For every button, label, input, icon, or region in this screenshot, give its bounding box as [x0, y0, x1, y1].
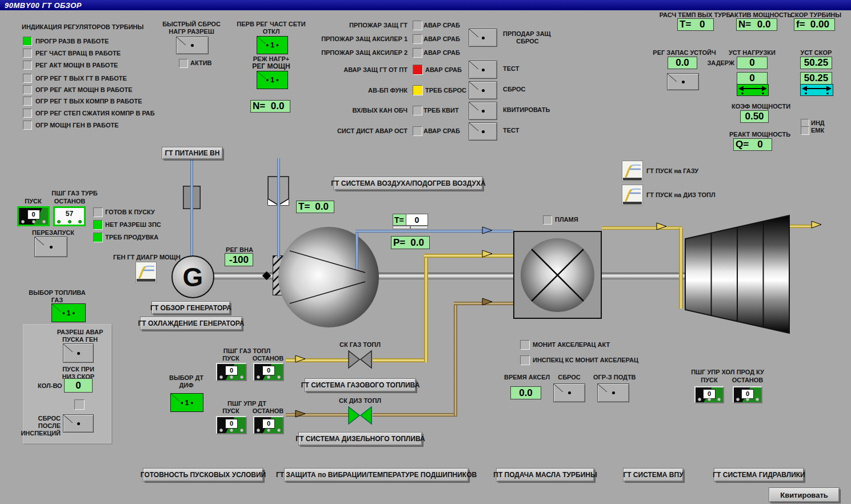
speed-setpoint-value: 50.25 — [801, 73, 832, 84]
load-mode-toggle-button[interactable]: • 1 • — [257, 71, 288, 89]
comp-temp-scrollbar[interactable] — [393, 226, 428, 229]
page-title: 90MBY00 ГТ ОБЗОР — [0, 1, 82, 10]
diesel-fuel-title: ПШГ УПР ДТ — [210, 400, 283, 407]
acknowledge-button[interactable] — [469, 102, 497, 120]
diesel-fuel-stop-dots — [257, 429, 281, 432]
purge-required-label: ТРЕБ ПРОДУВКА — [105, 234, 158, 241]
speed-setpoint-display[interactable]: 50.25 — [800, 72, 832, 85]
accel-monitor-label: МОНИТ АКСЕЛЕРАЦ АКТ — [533, 341, 610, 349]
comp-temp-prefix: T= — [393, 214, 406, 226]
gas-fuel-stop-button[interactable]: 0 — [253, 363, 284, 381]
ku-purge-start-label: ПУСК — [693, 377, 725, 384]
capacitive-label: ЕМК — [811, 127, 824, 134]
gas-turb-start-button[interactable]: 0 — [17, 206, 50, 226]
ku-purge-stop-label: ОСТАНОВ — [730, 377, 765, 384]
nav-vibration-button[interactable]: ГТ ЗАЩИТА по ВИБРАЦИИ/ТЕМПЕРАТУРЕ ПОДШИП… — [284, 468, 469, 482]
nav-air-system-button[interactable]: ГТ СИСТЕМА ВОЗДУХА/ПОДОГРЕВ ВОЗДУХА — [334, 177, 483, 190]
exhaust-temp-value: 0 — [691, 19, 713, 30]
fast-unload-button[interactable] — [176, 37, 209, 54]
diesel-fuel-start-button[interactable]: 0 — [216, 416, 247, 434]
generator-symbol[interactable]: G — [171, 255, 214, 298]
reactive-power-value: 0 — [749, 139, 772, 150]
load-setpoint-display[interactable]: 0 — [737, 72, 768, 85]
protection-indicator-6 — [413, 126, 422, 136]
diesel-fuel-stop-button[interactable]: 0 — [253, 416, 284, 434]
fast-unload-active-label: АКТИВ — [190, 59, 212, 67]
accel-limit-button[interactable] — [597, 383, 629, 402]
protection-status-5: ТРЕБ КВИТ — [423, 107, 459, 114]
load-setpoint-slider[interactable] — [737, 84, 769, 96]
power-value: 0.0 — [265, 101, 290, 112]
gen-power-trend-icon[interactable] — [135, 262, 157, 285]
nav-vpu-button[interactable]: ГТ СИСТЕМА ВПУ — [623, 468, 684, 482]
gas-fuel-valve[interactable] — [347, 349, 373, 372]
gas-fuel-stop-label: ОСТАНОВ — [251, 355, 285, 362]
igv-display: -100 — [225, 253, 253, 266]
nav-oil-supply-button[interactable]: ПТ ПОДАЧА МАСЛА ТУРБИНЫ — [496, 468, 594, 482]
prim-freq-toggle-button[interactable]: • 1 • — [257, 36, 288, 54]
protection-indicator-5 — [413, 106, 422, 115]
accel-monitor-indicator — [520, 340, 530, 350]
nav-gas-system-button[interactable]: ГТ СИСТЕМА ГАЗОВОГО ТОПЛИВА — [305, 378, 416, 392]
fire-protection-reset-label-1: ПРПОДАР ЗАЩ — [503, 30, 551, 38]
inspection-reset-button[interactable] — [63, 414, 94, 433]
stability-margin-button[interactable] — [667, 73, 699, 90]
gas-turb-stop-label: ОСТАНОВ — [53, 198, 87, 205]
protection-indicator-2 — [413, 48, 422, 58]
diesel-fuel-valve[interactable] — [347, 405, 373, 428]
regulator-indicator-0 — [23, 37, 32, 46]
reset-button[interactable] — [469, 81, 497, 99]
dt-select-toggle-button[interactable]: • 1 • — [170, 393, 203, 412]
nav-feed-button[interactable]: ГТ ПИТАНИЕ ВН — [162, 147, 223, 159]
gas-fuel-title: ПШГ ГАЗ ТОПЛ — [210, 347, 283, 355]
turbine-inlet-downcomer — [679, 228, 683, 309]
fuel-select-toggle-button[interactable]: • 1 • — [51, 303, 86, 322]
gas-turb-stop-button[interactable]: 57 — [53, 206, 86, 226]
ku-purge-stop-button[interactable]: 0 — [733, 386, 762, 403]
hmi-screen: 90MBY00 ГТ ОБЗОР ИНДИКАЦИЯ РЕГУЛЯТОРОВ Т… — [0, 0, 851, 504]
test-button-1[interactable] — [469, 61, 497, 79]
reset-button-label: СБРОС — [503, 86, 526, 93]
accel-inspect-label: ИНСПЕКЦ КС МОНИТ АКСЕЛЕРАЦ — [533, 357, 638, 364]
accel-reset-button[interactable] — [553, 383, 585, 402]
dt-select-label-1: ВЫБОР ДТ — [169, 374, 204, 382]
protection-label-6: СИСТ ДИСТ АВАР ОСТ — [293, 127, 407, 135]
comp-temp-spinner[interactable]: T= 0 — [393, 214, 428, 229]
speed-setpoint-slider[interactable] — [800, 84, 833, 96]
inspection-reset-label-3: ИНСПЕКЦИЙ — [21, 430, 61, 437]
air-temp-prefix: T= — [297, 201, 310, 213]
emerg-permit-label-2: ПУСКА ГЕН — [50, 336, 110, 343]
power-display-center: N= 0.0 — [250, 100, 290, 113]
acknowledge-all-button[interactable]: Квитировать — [769, 487, 840, 502]
diesel-to-chamber-arrow-icon — [482, 298, 493, 306]
emerg-permit-button[interactable] — [63, 343, 94, 363]
ready-to-start-indicator — [93, 207, 103, 217]
trend-start-diesel-icon[interactable] — [622, 185, 643, 208]
trend-start-gas-icon[interactable] — [622, 161, 643, 184]
air-temp-display: T= 0.0 — [296, 201, 334, 213]
nav-start-ready-button[interactable]: ГОТОВНОСТЬ ПУСКОВЫХ УСЛОВИЙ — [143, 468, 263, 482]
fire-protection-reset-button[interactable] — [469, 29, 497, 47]
igv-value: -100 — [225, 254, 253, 266]
ku-purge-stop-dots — [736, 398, 759, 401]
speed-actual-display: 50.25 — [800, 57, 832, 69]
protection-status-3: АВАР СРАБ — [425, 66, 462, 74]
nav-diesel-system-button[interactable]: ГТ СИСТЕМА ДИЗЕЛЬНОГО ТОПЛИВА — [298, 432, 422, 446]
dt-select-label-2: ДИФ — [169, 382, 204, 389]
gas-turb-title: ПШГ ГАЗ ТУРБ — [39, 190, 110, 197]
regulator-label-5: ОГР РЕГ Т ВЫХ КОМПР В РАБОТЕ — [35, 98, 142, 105]
test-button-2[interactable] — [469, 122, 497, 141]
turbine-inlet-pipe — [602, 226, 682, 230]
nav-gen-cooling-button[interactable]: ГТ ОХЛАЖДЕНИЕ ГЕНЕРАТОРА — [140, 317, 242, 330]
restart-button[interactable] — [34, 237, 67, 257]
accel-inspect-indicator — [520, 355, 530, 365]
nav-hydraulics-button[interactable]: ГТ СИСТЕМА ГИДРАВЛИКИ — [714, 468, 804, 482]
nav-gen-overview-button[interactable]: ГТ ОБЗОР ГЕНЕРАТОРА — [151, 301, 230, 314]
combustion-chamber — [513, 231, 602, 319]
flame-label: ПЛАМЯ — [555, 216, 578, 223]
gas-fuel-start-button[interactable]: 0 — [216, 363, 247, 381]
accel-limit-label: ОГР-З ПОДТВ — [593, 374, 633, 381]
ku-purge-start-button[interactable]: 0 — [694, 386, 724, 403]
gas-fuel-start-dots — [219, 375, 243, 379]
feed-line — [190, 158, 193, 255]
